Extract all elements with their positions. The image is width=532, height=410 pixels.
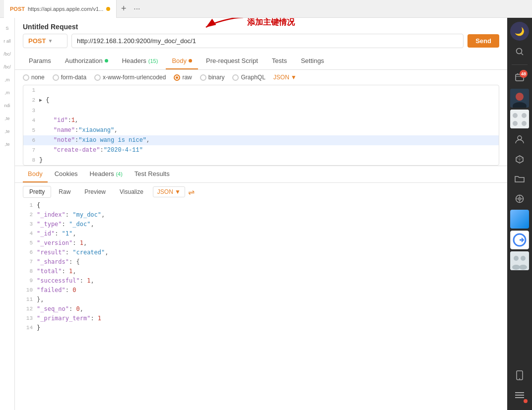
- radio-graphql: [232, 74, 239, 81]
- left-sidebar-te2[interactable]: ,te: [0, 125, 14, 138]
- tab-tests-label: Tests: [272, 57, 287, 64]
- view-tab-visualize[interactable]: Visualize: [113, 186, 150, 198]
- sidebar-thumb-1[interactable]: [510, 89, 529, 108]
- tab-headers[interactable]: Headers (15): [116, 53, 164, 69]
- json-format-select[interactable]: JSON ▼: [273, 74, 297, 81]
- body-type-graphql[interactable]: GraphQL: [232, 74, 265, 81]
- radio-raw: [174, 74, 180, 81]
- cube-icon[interactable]: [511, 150, 529, 168]
- resp-line-14: 14 }: [23, 323, 499, 333]
- body-type-urlencoded[interactable]: x-www-form-urlencoded: [94, 74, 166, 81]
- view-tab-preview[interactable]: Preview: [78, 186, 112, 198]
- left-sidebar-bc2[interactable]: /bc/: [0, 60, 14, 73]
- search-icon[interactable]: [511, 43, 529, 60]
- svg-line-2: [522, 54, 524, 56]
- sidebar-divider-1: [512, 64, 528, 65]
- send-button[interactable]: Send: [467, 34, 499, 48]
- view-visualize-label: Visualize: [120, 188, 143, 195]
- main-content: Untitled Request POST ▼ Send: [15, 18, 507, 410]
- resp-tab-headers[interactable]: Headers (4): [85, 166, 128, 182]
- sidebar-thumb-3[interactable]: [510, 210, 529, 229]
- left-sidebar-m[interactable]: ,m: [0, 73, 14, 86]
- tab-params[interactable]: Params: [23, 53, 57, 69]
- tab-bar: POST https://api.apps.apple.com/v1... + …: [0, 0, 532, 18]
- tab-tests[interactable]: Tests: [266, 53, 293, 69]
- tab-status-dot: [106, 7, 110, 11]
- request-body-editor[interactable]: 1 2 ▶ { 3 4 "id":1, 5 "name": [23, 85, 499, 166]
- body-type-raw[interactable]: raw: [174, 74, 192, 81]
- phone-icon[interactable]: [511, 366, 529, 384]
- view-tab-pretty[interactable]: Pretty: [23, 186, 51, 198]
- network-icon[interactable]: [511, 190, 529, 208]
- svg-point-25: [519, 265, 527, 270]
- notification-badge: 48: [520, 70, 528, 78]
- tab-url: https://api.apps.apple.com/v1...: [28, 6, 103, 12]
- tab-body[interactable]: Body: [166, 53, 198, 69]
- resp-headers-badge: (4): [116, 171, 122, 177]
- resp-line-2: 2 "_index": "my_doc",: [23, 210, 499, 220]
- method-label: POST: [28, 37, 46, 45]
- wrap-icon[interactable]: ⇌: [188, 187, 195, 197]
- json-view-select[interactable]: JSON ▼: [153, 186, 185, 197]
- tab-authorization[interactable]: Authorization: [59, 53, 114, 69]
- body-type-graphql-label: GraphQL: [241, 74, 265, 81]
- method-select[interactable]: POST ▼: [23, 34, 67, 48]
- body-type-none-label: none: [31, 74, 45, 81]
- resp-line-5: 5 "_version": 1,: [23, 238, 499, 248]
- more-tabs-button[interactable]: ···: [131, 4, 143, 13]
- view-raw-label: Raw: [59, 188, 70, 195]
- tab-body-label: Body: [172, 57, 187, 64]
- resp-line-13: 13 "_primary_term": 1: [23, 314, 499, 323]
- folder-icon[interactable]: [511, 170, 529, 188]
- left-sidebar-s[interactable]: S: [0, 22, 14, 35]
- body-type-binary-label: binary: [208, 74, 225, 81]
- svg-point-12: [522, 113, 527, 118]
- tab-pre-request[interactable]: Pre-request Script: [200, 53, 264, 69]
- left-sidebar-m2[interactable]: ,m: [0, 86, 14, 99]
- resp-test-label: Test Results: [134, 170, 170, 177]
- resp-line-3: 3 "_type": "_doc",: [23, 220, 499, 229]
- tab-settings[interactable]: Settings: [295, 53, 330, 69]
- add-tab-button[interactable]: +: [117, 2, 131, 16]
- svg-point-13: [513, 121, 518, 126]
- active-tab[interactable]: POST https://api.apps.apple.com/v1...: [4, 0, 117, 18]
- resp-tab-body[interactable]: Body: [23, 166, 48, 182]
- sidebar-thumb-4[interactable]: [510, 231, 529, 249]
- left-sidebar-te3[interactable]: ,te: [0, 138, 14, 151]
- menu-notification-dot: [524, 399, 528, 403]
- view-tabs: Pretty Raw Preview Visualize JSON ▼: [15, 183, 507, 201]
- tab-authorization-label: Authorization: [65, 57, 103, 64]
- radio-urlencoded: [94, 74, 101, 81]
- sidebar-thumb-2[interactable]: [510, 110, 529, 128]
- sidebar-thumbnails: [510, 89, 529, 364]
- body-type-form-data[interactable]: form-data: [53, 74, 86, 81]
- svg-point-1: [517, 49, 522, 54]
- svg-point-22: [514, 256, 519, 261]
- notification-icon[interactable]: 48: [511, 69, 529, 87]
- code-line-2: 2 ▶ {: [23, 95, 499, 106]
- resp-tab-cookies[interactable]: Cookies: [50, 166, 83, 182]
- url-input[interactable]: [71, 34, 464, 48]
- resp-body-label: Body: [28, 170, 43, 177]
- left-sidebar-te[interactable]: ,te: [0, 112, 14, 125]
- menu-icon[interactable]: [511, 386, 529, 404]
- sidebar-thumb-5[interactable]: [510, 251, 529, 270]
- user-avatar[interactable]: 🌙: [510, 22, 529, 41]
- left-sidebar-bc[interactable]: /bc/: [0, 48, 14, 60]
- left-sidebar-r-all[interactable]: r all: [0, 35, 14, 48]
- resp-line-7: 7 "_shards": {: [23, 257, 499, 267]
- left-sidebar-ndi[interactable]: ndi: [0, 99, 14, 112]
- left-sidebar: S r all /bc/ /bc/ ,m ,m ndi ,te ,te ,te: [0, 18, 15, 410]
- resp-headers-label: Headers: [90, 170, 114, 177]
- json-arrow: ▼: [291, 74, 297, 81]
- resp-tab-test-results[interactable]: Test Results: [130, 166, 175, 182]
- user-management-icon[interactable]: [511, 130, 529, 148]
- view-tab-raw[interactable]: Raw: [52, 186, 77, 198]
- json-view-arrow: ▼: [175, 188, 181, 195]
- tab-settings-label: Settings: [301, 57, 324, 64]
- body-type-binary[interactable]: binary: [200, 74, 225, 81]
- body-type-none[interactable]: none: [23, 74, 45, 81]
- resp-line-11: 11 },: [23, 295, 499, 304]
- svg-point-27: [519, 378, 520, 379]
- tab-headers-label: Headers: [122, 57, 146, 64]
